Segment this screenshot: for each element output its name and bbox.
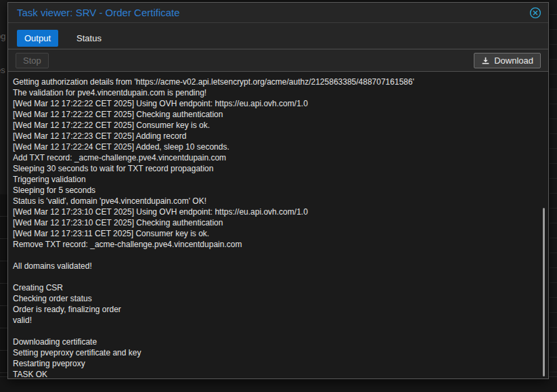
background-left-strip: og es <box>0 0 7 392</box>
tab-bar: Output Status <box>8 23 548 49</box>
log-line: The validation for pve4.vincentdupain.co… <box>13 87 541 98</box>
log-line: TASK OK <box>13 369 541 378</box>
log-line: Getting authorization details from 'http… <box>13 77 541 87</box>
log-line: [Wed Mar 12 17:23:10 CET 2025] Using OVH… <box>13 206 541 217</box>
close-icon[interactable] <box>529 7 541 19</box>
log-line: [Wed Mar 12 17:22:24 CET 2025] Added, sl… <box>13 141 541 152</box>
task-viewer-dialog: Task viewer: SRV - Order Certificate Out… <box>7 2 549 379</box>
log-line <box>13 326 541 336</box>
log-line: [Wed Mar 12 17:23:11 CET 2025] Consumer … <box>13 228 541 239</box>
log-line: [Wed Mar 12 17:22:22 CET 2025] Using OVH… <box>13 98 541 109</box>
log-line: All domains validated! <box>13 261 541 271</box>
download-button[interactable]: Download <box>474 53 541 68</box>
dialog-titlebar[interactable]: Task viewer: SRV - Order Certificate <box>8 3 548 23</box>
log-line <box>13 271 541 282</box>
download-button-label: Download <box>494 56 533 66</box>
log-line: Order is ready, finalizing order <box>13 304 541 315</box>
log-line: [Wed Mar 12 17:23:10 CET 2025] Checking … <box>13 217 541 228</box>
log-line: valid! <box>13 315 541 326</box>
log-line: [Wed Mar 12 17:22:22 CET 2025] Checking … <box>13 109 541 120</box>
log-line: Sleeping 30 seconds to wait for TXT reco… <box>13 163 541 174</box>
background-text-fragment: og <box>0 31 5 41</box>
log-line: Remove TXT record: _acme-challenge.pve4.… <box>13 239 541 250</box>
log-line <box>13 250 541 261</box>
stop-button-label: Stop <box>23 56 41 66</box>
log-line: Triggering validation <box>13 174 541 185</box>
tab-output[interactable]: Output <box>17 30 58 47</box>
log-line: Status is 'valid', domain 'pve4.vincentd… <box>13 196 541 206</box>
log-line: Setting pveproxy certificate and key <box>13 347 541 358</box>
log-line: Creating CSR <box>13 282 541 293</box>
log-line: Downloading certificate <box>13 336 541 347</box>
dialog-title: Task viewer: SRV - Order Certificate <box>17 7 180 18</box>
log-line: Sleeping for 5 seconds <box>13 185 541 196</box>
download-icon <box>481 56 490 65</box>
log-line: Restarting pveproxy <box>13 358 541 369</box>
log-line: [Wed Mar 12 17:22:22 CET 2025] Consumer … <box>13 120 541 131</box>
stop-button[interactable]: Stop <box>16 53 49 68</box>
vertical-scrollbar-thumb[interactable] <box>543 208 545 376</box>
log-line: [Wed Mar 12 17:22:23 CET 2025] Adding re… <box>13 131 541 141</box>
tab-status[interactable]: Status <box>69 30 109 47</box>
background-text-fragment: es <box>0 65 5 75</box>
background-grid-rows <box>0 194 7 392</box>
log-line: Checking order status <box>13 293 541 304</box>
toolbar: Stop Download <box>8 49 548 72</box>
background-right-strip <box>550 0 557 392</box>
task-log-output[interactable]: Getting authorization details from 'http… <box>8 72 548 378</box>
log-line: Add TXT record: _acme-challenge.pve4.vin… <box>13 152 541 163</box>
